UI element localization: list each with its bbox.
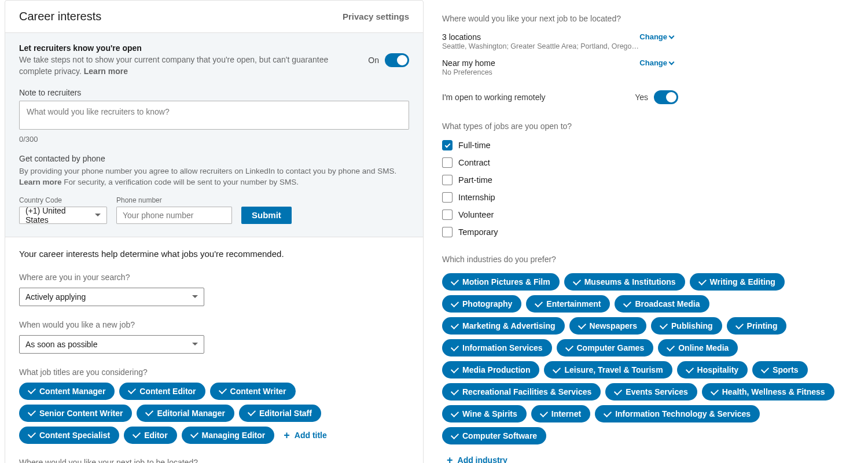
check-icon [218,386,226,394]
industry-pill[interactable]: Printing [727,317,787,335]
job-title-pill[interactable]: Content Editor [119,383,205,400]
job-type-label: Volunteer [458,210,494,219]
job-type-option[interactable]: Part-time [442,175,849,185]
job-title-pill[interactable]: Editor [124,427,176,444]
checkbox[interactable] [442,227,453,237]
job-type-label: Contract [458,158,490,167]
job-title-pill[interactable]: Content Specialist [19,427,119,444]
chevron-down-icon [669,60,675,65]
remote-toggle-label: Yes [635,93,648,102]
job-title-pill[interactable]: Content Manager [19,383,115,400]
submit-phone-button[interactable]: Submit [241,207,292,224]
check-icon [573,277,581,285]
industry-pill[interactable]: Newspapers [569,317,646,335]
near-home-sub: No Preferences [442,68,495,76]
industry-pill[interactable]: Photography [442,295,521,313]
industry-pill[interactable]: Events Services [605,383,697,400]
search-status-select[interactable]: Actively applying [19,288,204,306]
job-title-pill[interactable]: Managing Editor [182,427,275,444]
industry-pill[interactable]: Health, Wellness & Fitness [702,383,834,400]
remote-toggle[interactable] [654,90,678,104]
chevron-down-icon [95,214,101,216]
open-toggle[interactable] [385,53,409,67]
industry-pill[interactable]: Computer Games [557,339,654,357]
when-new-job-select[interactable]: As soon as possible [19,335,204,354]
open-toggle-label: On [368,56,379,65]
checkbox[interactable] [442,192,453,203]
open-learn-more-link[interactable]: Learn more [84,67,128,76]
near-home-change-link[interactable]: Change [639,58,674,67]
job-types-list: Full-timeContractPart-timeInternshipVolu… [442,140,849,237]
plus-icon: + [284,430,290,440]
checkbox[interactable] [442,210,453,220]
note-label: Note to recruiters [19,88,409,97]
career-interests-card: Career interests Privacy settings Let re… [5,0,424,463]
industries-question: Which industries do you prefer? [442,255,849,264]
job-type-option[interactable]: Contract [442,157,849,168]
job-type-option[interactable]: Volunteer [442,210,849,220]
job-titles-row: Content ManagerContent EditorContent Wri… [19,383,409,444]
industry-pill[interactable]: Online Media [658,339,738,357]
industry-pill[interactable]: Hospitality [677,361,748,379]
interests-section: Your career interests help determine wha… [5,237,423,463]
check-icon [451,409,459,417]
phone-number-input[interactable] [123,211,226,220]
industry-pill[interactable]: Motion Pictures & Film [442,273,560,291]
location-question-bottom: Where would you like your next job to be… [19,458,409,463]
privacy-settings-link[interactable]: Privacy settings [343,12,409,21]
check-icon [451,277,459,285]
job-type-label: Temporary [458,227,498,237]
job-title-pill[interactable]: Senior Content Writer [19,405,132,422]
check-icon [451,321,459,329]
industry-pill[interactable]: Writing & Editing [690,273,785,291]
industry-pill[interactable]: Museums & Institutions [564,273,685,291]
job-title-pill[interactable]: Editorial Manager [137,405,234,422]
add-title-link[interactable]: +Add title [279,427,332,444]
check-icon [451,365,459,373]
job-title-pill[interactable]: Content Writer [210,383,296,400]
locations-change-link[interactable]: Change [639,32,674,41]
industry-pill[interactable]: Internet [531,405,590,422]
industry-pill[interactable]: Media Production [442,361,539,379]
industry-pill[interactable]: Publishing [651,317,722,335]
industry-pill[interactable]: Entertainment [526,295,610,313]
open-title: Let recruiters know you're open [19,43,343,53]
check-icon [686,365,694,373]
industry-pill[interactable]: Computer Software [442,427,546,444]
checkbox[interactable] [442,175,453,185]
checkbox[interactable] [442,157,453,168]
chevron-down-icon [669,34,675,39]
interests-intro: Your career interests help determine wha… [19,249,409,259]
job-types-question: What types of jobs are you open to? [442,122,849,131]
phone-learn-more-link[interactable]: Learn more [19,178,62,186]
job-type-option[interactable]: Temporary [442,227,849,237]
check-icon [565,343,573,351]
check-icon [667,343,675,351]
note-to-recruiters-input[interactable] [19,101,409,130]
industry-pill[interactable]: Leisure, Travel & Tourism [544,361,672,379]
card-title: Career interests [19,10,101,23]
country-code-select[interactable]: (+1) United States [19,207,107,224]
industry-pill[interactable]: Information Services [442,339,552,357]
check-icon [248,408,256,416]
near-home-title: Near my home [442,58,495,68]
country-code-label: Country Code [19,196,107,204]
job-type-option[interactable]: Internship [442,192,849,203]
check-icon [540,409,548,417]
industry-pill[interactable]: Marketing & Advertising [442,317,565,335]
industry-pill[interactable]: Information Technology & Services [595,405,760,422]
checkbox[interactable] [442,140,453,150]
note-char-count: 0/300 [19,135,409,144]
industry-pill[interactable]: Broadcast Media [615,295,709,313]
check-icon [604,409,612,417]
locations-sub: Seattle, Washington; Greater Seattle Are… [442,42,639,50]
search-status-question: Where are you in your search? [19,273,409,282]
add-industry-link[interactable]: + Add industry [442,451,512,463]
industry-pill[interactable]: Recreational Facilities & Services [442,383,601,400]
industry-pill[interactable]: Wine & Spirits [442,405,527,422]
plus-icon: + [447,455,453,463]
job-type-option[interactable]: Full-time [442,140,849,150]
check-icon [145,408,153,416]
industry-pill[interactable]: Sports [752,361,807,379]
job-title-pill[interactable]: Editorial Staff [239,405,321,422]
